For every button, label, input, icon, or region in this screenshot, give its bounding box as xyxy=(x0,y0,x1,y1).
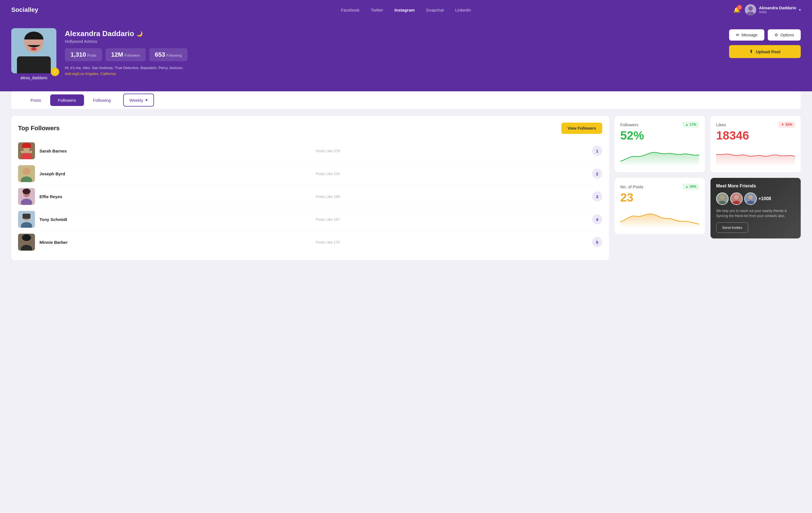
nav-facebook[interactable]: Facebook xyxy=(341,8,359,12)
user-menu[interactable]: Alexandra Daddario Artist ▾ xyxy=(745,4,801,16)
view-followers-button[interactable]: View Followers xyxy=(561,123,602,134)
options-button[interactable]: ⚙ Options xyxy=(768,29,801,40)
friends-avatars: +1008 xyxy=(716,192,795,205)
rank-badge-4: 4 xyxy=(592,214,602,224)
follower-name-3: Effie Reyes xyxy=(39,194,311,199)
follower-stats-3: Posts Like 198 xyxy=(316,194,587,199)
right-col-1: Followers ▲ 17% 52% xyxy=(615,116,705,260)
check-icon: ✓ xyxy=(53,70,57,74)
top-followers-header: Top Followers View Followers xyxy=(18,123,602,134)
notification-bell[interactable]: 🔔 3 xyxy=(733,6,741,13)
profile-url[interactable]: etaf.org/Los Angeles, xyxy=(65,71,99,76)
follower-name-2: Joseph Byrd xyxy=(39,171,311,176)
upload-post-button[interactable]: ⬆ Upload Post xyxy=(729,45,801,58)
friends-title: Meet More Friends xyxy=(716,183,795,188)
rank-badge-5: 5 xyxy=(592,237,602,247)
hero-left: ✓ alexa_daddario Alexandra Daddario 🌙 Ho… xyxy=(11,28,187,80)
top-followers-card: Top Followers View Followers Sarah Barne… xyxy=(11,116,609,260)
followers-label: Followers xyxy=(124,53,140,58)
posts-count: 1,310 xyxy=(70,51,86,58)
svg-rect-7 xyxy=(24,39,44,45)
follower-stats-5: Posts Like 175 xyxy=(316,240,587,244)
follower-stats-4: Posts Like 187 xyxy=(316,217,587,221)
follower-name-4: Tony Schmidt xyxy=(39,217,311,222)
likes-value: 18346 xyxy=(716,129,795,142)
stat-followers: 12M Followers xyxy=(106,48,146,61)
message-button[interactable]: ✉ Message xyxy=(729,29,764,40)
header: Socialley Facebook Twitter Instagram Sna… xyxy=(0,0,812,20)
message-icon: ✉ xyxy=(736,33,739,37)
likes-chart xyxy=(716,146,795,165)
friends-description: We help you to reach out your nearby fri… xyxy=(716,208,795,218)
follower-stats-1: Posts Like 379 xyxy=(316,149,587,153)
likes-stat-card: Likes ▼ 02% 18346 xyxy=(710,116,801,172)
user-chevron-icon: ▾ xyxy=(799,8,801,12)
posts-card-title: No. of Posts xyxy=(620,184,643,189)
svg-point-1 xyxy=(748,6,753,11)
tab-weekly-dropdown[interactable]: Weekly ▾ xyxy=(123,94,154,107)
profile-location: California xyxy=(100,71,116,76)
svg-rect-12 xyxy=(21,151,32,153)
tab-following[interactable]: Following xyxy=(85,92,119,109)
profile-bio: Hi, it's me, Alex. San Andreas, True Det… xyxy=(65,66,187,70)
friends-count: +1008 xyxy=(758,196,771,201)
follower-row: Effie Reyes Posts Like 198 3 xyxy=(18,185,602,208)
profile-username: alexa_daddario xyxy=(11,76,56,80)
posts-stat-card: No. of Posts ▲ 05% 23 xyxy=(615,178,705,234)
follower-row: Joseph Byrd Posts Like 234 2 xyxy=(18,162,602,185)
right-col-2: Likes ▼ 02% 18346 Meet More F xyxy=(710,116,801,260)
profile-link: etaf.org/Los Angeles, California xyxy=(65,71,187,76)
follower-avatar-1 xyxy=(18,142,35,159)
notification-badge: 3 xyxy=(737,5,742,10)
followers-card-title: Followers xyxy=(620,122,638,127)
followers-chart xyxy=(620,146,699,165)
following-label: Following xyxy=(166,53,182,58)
followers-value: 52% xyxy=(620,129,699,142)
nav: Facebook Twitter Instagram Snapchat Link… xyxy=(341,8,471,12)
posts-label: Posts xyxy=(87,53,97,58)
logo: Socialley xyxy=(11,6,38,13)
profile-hero: ✓ alexa_daddario Alexandra Daddario 🌙 Ho… xyxy=(0,20,812,97)
posts-value: 23 xyxy=(620,191,699,204)
svg-point-38 xyxy=(748,195,753,199)
follower-avatar-5 xyxy=(18,234,35,250)
send-invites-button[interactable]: Send Invites xyxy=(716,222,748,233)
main-content: Top Followers View Followers Sarah Barne… xyxy=(0,109,812,267)
svg-point-35 xyxy=(734,195,739,199)
nav-twitter[interactable]: Twitter xyxy=(371,8,383,12)
verified-badge: ✓ xyxy=(51,68,59,76)
stat-posts: 1,310 Posts xyxy=(65,48,102,61)
follower-row: Sarah Barnes Posts Like 379 1 xyxy=(18,140,602,162)
nav-snapchat[interactable]: Snapchat xyxy=(426,8,444,12)
profile-title: Hollywood Actress xyxy=(65,39,187,44)
follower-row: Minnie Barber Posts Like 175 5 xyxy=(18,231,602,253)
hero-actions: ✉ Message ⚙ Options xyxy=(729,29,801,40)
likes-card-header: Likes ▼ 02% xyxy=(716,121,795,128)
tabs-bar: Posts Followers Following Weekly ▾ xyxy=(11,91,801,109)
likes-card-title: Likes xyxy=(716,122,726,127)
follower-name-1: Sarah Barnes xyxy=(39,149,311,153)
follower-row: Tony Schmidt Posts Like 187 4 xyxy=(18,208,602,231)
follower-avatar-2 xyxy=(18,165,35,182)
hero-right: ✉ Message ⚙ Options ⬆ Upload Post xyxy=(729,28,801,58)
rank-badge-3: 3 xyxy=(592,191,602,202)
profile-pic-section: ✓ alexa_daddario xyxy=(11,28,56,80)
tab-followers[interactable]: Followers xyxy=(50,94,84,106)
nav-instagram[interactable]: Instagram xyxy=(395,8,415,12)
tab-posts[interactable]: Posts xyxy=(23,92,49,109)
profile-info: Alexandra Daddario 🌙 Hollywood Actress 1… xyxy=(65,28,187,76)
user-text: Alexandra Daddario Artist xyxy=(759,6,796,14)
rank-badge-2: 2 xyxy=(592,169,602,179)
nav-linkedin[interactable]: LinkedIn xyxy=(455,8,471,12)
tabs-wrapper: Posts Followers Following Weekly ▾ xyxy=(0,91,812,109)
trend-up-icon: ▲ xyxy=(685,123,689,126)
followers-trend-badge: ▲ 17% xyxy=(682,121,699,128)
moon-icon: 🌙 xyxy=(137,31,143,37)
posts-trend-badge: ▲ 05% xyxy=(682,183,699,190)
profile-name: Alexandra Daddario 🌙 xyxy=(65,29,187,38)
profile-picture xyxy=(11,28,56,73)
following-count: 653 xyxy=(155,51,165,58)
profile-pic-wrap: ✓ xyxy=(11,28,56,73)
header-right: 🔔 3 Alexandra Daddario Artist ▾ xyxy=(733,4,801,16)
chevron-down-icon: ▾ xyxy=(145,97,148,102)
